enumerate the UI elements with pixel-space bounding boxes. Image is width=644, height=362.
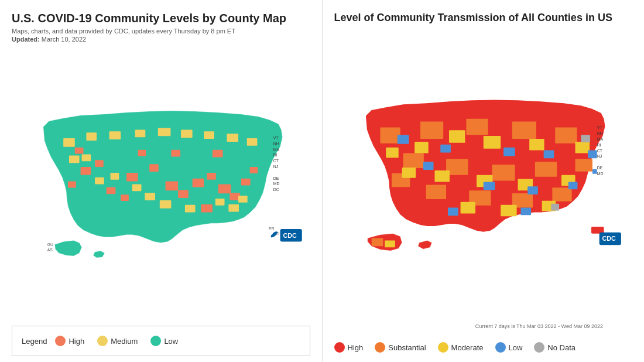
svg-text:CT: CT — [273, 159, 279, 163]
svg-rect-59 — [555, 127, 577, 143]
svg-rect-34 — [185, 205, 196, 213]
right-legend-high: High — [334, 342, 364, 353]
svg-rect-12 — [201, 204, 213, 213]
svg-rect-68 — [552, 187, 571, 202]
svg-rect-62 — [492, 165, 515, 180]
svg-rect-70 — [448, 130, 464, 143]
left-map-container: GU AS VT NH MA RI CT NJ DE MD DC PR VI C… — [12, 47, 310, 321]
right-nodata-dot — [534, 342, 544, 353]
svg-rect-2 — [126, 173, 138, 182]
left-title: U.S. COVID-19 Community Levels by County… — [12, 12, 310, 25]
medium-label: Medium — [111, 337, 138, 346]
svg-rect-32 — [145, 193, 155, 200]
right-legend: High Substantial Moderate Low No Data — [334, 339, 633, 356]
svg-rect-106 — [385, 240, 395, 247]
svg-rect-0 — [81, 167, 91, 175]
svg-rect-74 — [386, 148, 399, 158]
svg-rect-4 — [166, 182, 179, 191]
right-panel: Level of Community Transmission of All C… — [323, 0, 645, 362]
svg-rect-65 — [426, 185, 446, 199]
svg-rect-17 — [250, 167, 258, 173]
right-high-dot — [334, 342, 345, 353]
left-panel: U.S. COVID-19 Community Levels by County… — [0, 0, 323, 362]
right-legend-moderate: Moderate — [438, 342, 484, 353]
svg-rect-27 — [227, 134, 238, 142]
svg-rect-94 — [520, 208, 531, 216]
low-dot — [150, 336, 161, 346]
updated-date: March 10, 2022 — [42, 36, 86, 43]
svg-text:NH: NH — [597, 131, 602, 135]
svg-rect-19 — [138, 150, 146, 156]
svg-rect-57 — [466, 119, 488, 135]
svg-rect-8 — [218, 185, 231, 194]
right-substantial-dot — [375, 342, 385, 353]
left-updated: Updated: March 10, 2022 — [12, 36, 310, 43]
svg-rect-73 — [415, 142, 429, 153]
right-legend-substantial: Substantial — [375, 342, 426, 353]
svg-rect-90 — [483, 182, 495, 190]
svg-text:CDC: CDC — [602, 235, 616, 242]
svg-text:PR: PR — [269, 227, 275, 231]
right-moderate-label: Moderate — [451, 343, 484, 352]
legend-item-high: High — [55, 336, 84, 346]
map-note: Current 7 days is Thu Mar 03 2022 - Wed … — [475, 323, 603, 329]
legend-item-low: Low — [150, 336, 178, 346]
right-nodata-label: No Data — [547, 343, 576, 352]
svg-rect-26 — [204, 131, 214, 139]
svg-text:NJ: NJ — [273, 165, 278, 169]
svg-rect-82 — [501, 205, 516, 217]
high-label: High — [68, 337, 84, 346]
svg-rect-10 — [107, 187, 116, 194]
svg-text:NH: NH — [273, 142, 279, 146]
svg-rect-96 — [551, 204, 559, 211]
svg-rect-31 — [132, 185, 142, 192]
svg-rect-64 — [575, 159, 592, 172]
svg-rect-84 — [397, 135, 409, 144]
svg-rect-16 — [241, 179, 251, 186]
right-moderate-dot — [438, 342, 448, 353]
svg-text:RI: RI — [597, 143, 601, 147]
svg-rect-14 — [75, 148, 84, 154]
svg-rect-15 — [213, 150, 223, 158]
svg-rect-55 — [380, 127, 400, 143]
svg-rect-86 — [503, 148, 515, 156]
svg-rect-23 — [135, 129, 146, 137]
svg-rect-28 — [247, 138, 258, 146]
svg-rect-58 — [512, 122, 536, 139]
svg-rect-35 — [215, 199, 225, 206]
svg-rect-7 — [207, 173, 216, 180]
left-subtitle: Maps, charts, and data provided by CDC, … — [12, 28, 310, 35]
low-label: Low — [164, 337, 178, 346]
svg-rect-93 — [448, 208, 458, 216]
svg-rect-6 — [193, 179, 204, 187]
svg-text:VT: VT — [597, 125, 602, 129]
svg-rect-80 — [402, 168, 416, 178]
svg-rect-108 — [592, 169, 597, 174]
svg-rect-20 — [63, 138, 75, 147]
right-low-label: Low — [509, 343, 523, 352]
medium-dot — [97, 336, 108, 346]
high-dot — [55, 336, 66, 346]
svg-rect-87 — [543, 151, 554, 159]
svg-rect-29 — [95, 177, 104, 185]
svg-rect-24 — [158, 128, 171, 136]
svg-rect-13 — [68, 182, 76, 188]
right-map-svg: VT NH MA RI CT NJ DE MD CDC — [334, 30, 633, 334]
svg-text:RI: RI — [273, 153, 278, 157]
svg-rect-18 — [171, 150, 180, 157]
right-high-label: High — [348, 343, 364, 352]
svg-rect-22 — [109, 131, 121, 139]
svg-rect-5 — [178, 190, 189, 198]
svg-rect-37 — [238, 196, 248, 203]
svg-text:DC: DC — [273, 187, 279, 192]
svg-rect-39 — [82, 155, 91, 162]
svg-rect-89 — [423, 162, 433, 170]
svg-text:MD: MD — [273, 182, 280, 186]
right-legend-nodata: No Data — [534, 342, 576, 353]
svg-text:VT: VT — [273, 136, 279, 140]
svg-rect-88 — [588, 151, 597, 159]
right-substantial-label: Substantial — [388, 343, 426, 352]
svg-text:DE: DE — [597, 166, 602, 170]
svg-rect-11 — [121, 194, 129, 201]
svg-rect-105 — [371, 238, 383, 247]
